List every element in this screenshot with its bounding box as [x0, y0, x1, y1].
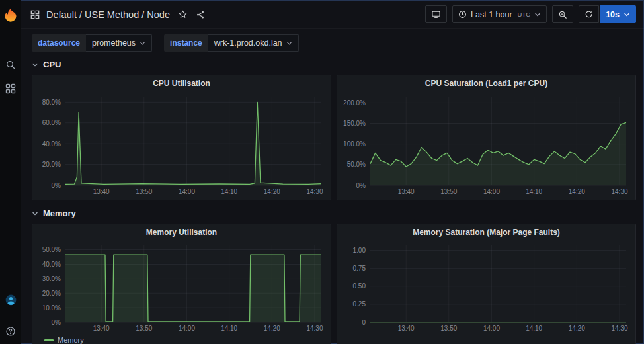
refresh-icon	[584, 10, 593, 19]
svg-text:0: 0	[362, 319, 366, 326]
svg-text:14:10: 14:10	[526, 325, 542, 332]
section-title: Memory	[43, 208, 76, 218]
timeseries-chart-memory-saturation[interactable]: 13:4013:5014:0014:1014:2014:3000.250.500…	[340, 240, 633, 334]
svg-text:13:40: 13:40	[93, 325, 110, 332]
panel-title: CPU Utilisation	[153, 79, 210, 88]
svg-text:13:50: 13:50	[136, 188, 152, 195]
variables-row: datasource prometheus instance wrk-1.pro…	[32, 34, 636, 52]
svg-text:14:00: 14:00	[483, 325, 500, 332]
svg-text:150.0%: 150.0%	[343, 120, 366, 127]
timeseries-chart-cpu-saturation[interactable]: 13:4013:5014:0014:1014:2014:300%50.0%100…	[340, 91, 633, 197]
svg-text:14:30: 14:30	[611, 188, 627, 195]
time-range-label: Last 1 hour	[471, 10, 512, 19]
section-title: CPU	[43, 60, 61, 69]
panel-title: CPU Saturation (Load1 per CPU)	[425, 79, 547, 88]
svg-text:80.0%: 80.0%	[42, 99, 61, 106]
share-icon[interactable]	[196, 10, 205, 19]
variable-value-dropdown[interactable]: prometheus	[86, 34, 152, 52]
search-icon[interactable]	[2, 56, 19, 73]
svg-text:14:20: 14:20	[569, 188, 585, 195]
svg-text:1.00: 1.00	[353, 247, 366, 254]
svg-text:13:40: 13:40	[93, 188, 110, 195]
panel-row-cpu: CPU Utilisation 13:4013:5014:0014:1014:2…	[32, 75, 636, 200]
svg-text:14:00: 14:00	[179, 188, 195, 195]
chevron-down-icon	[534, 11, 541, 18]
svg-text:100.0%: 100.0%	[343, 140, 366, 148]
panel-memory-saturation: Memory Saturation (Major Page Faults) 13…	[337, 224, 636, 344]
svg-text:13:40: 13:40	[398, 188, 415, 195]
svg-text:13:40: 13:40	[398, 325, 415, 332]
svg-text:13:50: 13:50	[136, 325, 152, 332]
panel-header[interactable]: Memory Saturation (Major Page Faults)	[340, 224, 633, 240]
dashboard-content: datasource prometheus instance wrk-1.pro…	[21, 29, 644, 344]
sidebar-bottom	[2, 291, 19, 340]
main-area: Default / USE Method / Node Last 1 hour …	[21, 0, 644, 344]
panel-cpu-utilisation: CPU Utilisation 13:4013:5014:0014:1014:2…	[32, 75, 331, 200]
variable-value: prometheus	[92, 38, 136, 48]
svg-text:14:00: 14:00	[179, 325, 195, 332]
time-picker-button[interactable]: Last 1 hour UTC	[452, 5, 547, 23]
svg-text:0%: 0%	[52, 319, 61, 326]
svg-text:13:50: 13:50	[440, 325, 457, 332]
help-icon[interactable]	[2, 323, 19, 340]
svg-text:10.0%: 10.0%	[42, 304, 61, 312]
panel-header[interactable]: CPU Utilisation	[35, 75, 328, 91]
panel-header[interactable]: Memory Utilisation	[35, 224, 328, 240]
variable-label: instance	[164, 34, 208, 52]
svg-text:50.0%: 50.0%	[347, 161, 366, 168]
monitor-icon	[431, 10, 441, 19]
chart-legend: Memory	[35, 334, 328, 344]
legend-color-swatch	[44, 339, 54, 341]
svg-text:14:10: 14:10	[221, 325, 237, 332]
sidebar	[0, 0, 21, 344]
panel-row-memory: Memory Utilisation 13:4013:5014:0014:101…	[32, 224, 636, 344]
svg-text:14:30: 14:30	[611, 325, 627, 332]
dashboards-icon[interactable]	[2, 80, 19, 97]
svg-text:13:50: 13:50	[440, 188, 457, 195]
svg-text:60.0%: 60.0%	[42, 119, 61, 126]
user-avatar[interactable]	[2, 291, 19, 308]
svg-text:14:10: 14:10	[221, 188, 237, 195]
grafana-logo-icon[interactable]	[2, 6, 19, 23]
legend-label[interactable]: Memory	[58, 336, 84, 344]
svg-text:0.75: 0.75	[353, 265, 366, 272]
clock-icon	[458, 10, 467, 19]
refresh-button[interactable]	[579, 5, 599, 23]
chevron-down-icon	[286, 40, 292, 46]
breadcrumb[interactable]: Default / USE Method / Node	[46, 9, 170, 20]
svg-text:20.0%: 20.0%	[42, 290, 61, 297]
refresh-interval-dropdown[interactable]: 10s	[600, 5, 636, 23]
svg-text:0.25: 0.25	[353, 300, 366, 308]
tv-mode-button[interactable]	[425, 5, 447, 23]
svg-text:0%: 0%	[52, 182, 61, 189]
dashboard-grid-icon	[30, 10, 40, 19]
star-icon[interactable]	[178, 9, 188, 19]
svg-text:0%: 0%	[356, 182, 366, 189]
svg-text:40.0%: 40.0%	[42, 140, 61, 148]
panel-cpu-saturation: CPU Saturation (Load1 per CPU) 13:4013:5…	[337, 75, 636, 200]
svg-text:14:10: 14:10	[526, 188, 542, 195]
section-header-memory[interactable]: Memory	[32, 208, 636, 218]
timeseries-chart-cpu-utilisation[interactable]: 13:4013:5014:0014:1014:2014:300%20.0%40.…	[35, 91, 328, 197]
svg-text:14:00: 14:00	[483, 188, 500, 195]
timeseries-chart-memory-utilisation[interactable]: 13:4013:5014:0014:1014:2014:300%10.0%20.…	[35, 240, 328, 334]
svg-text:0.50: 0.50	[353, 282, 366, 290]
chevron-down-icon	[624, 11, 630, 18]
chevron-down-icon	[32, 210, 38, 217]
svg-text:200.0%: 200.0%	[343, 99, 366, 107]
section-header-cpu[interactable]: CPU	[32, 60, 636, 69]
variable-datasource: datasource prometheus	[32, 34, 152, 52]
chevron-down-icon	[32, 62, 38, 68]
variable-instance: instance wrk-1.prod.okd.lan	[164, 34, 299, 52]
panel-memory-utilisation: Memory Utilisation 13:4013:5014:0014:101…	[32, 224, 331, 344]
panel-title: Memory Utilisation	[146, 228, 217, 237]
svg-text:40.0%: 40.0%	[42, 261, 61, 268]
svg-text:14:20: 14:20	[569, 325, 585, 332]
zoom-out-button[interactable]	[552, 5, 573, 23]
panel-header[interactable]: CPU Saturation (Load1 per CPU)	[340, 75, 633, 91]
variable-value-dropdown[interactable]: wrk-1.prod.okd.lan	[208, 34, 299, 52]
variable-label: datasource	[32, 34, 86, 52]
svg-text:14:20: 14:20	[264, 188, 280, 195]
variable-value: wrk-1.prod.okd.lan	[214, 38, 282, 48]
grafana-app: Default / USE Method / Node Last 1 hour …	[0, 0, 644, 344]
